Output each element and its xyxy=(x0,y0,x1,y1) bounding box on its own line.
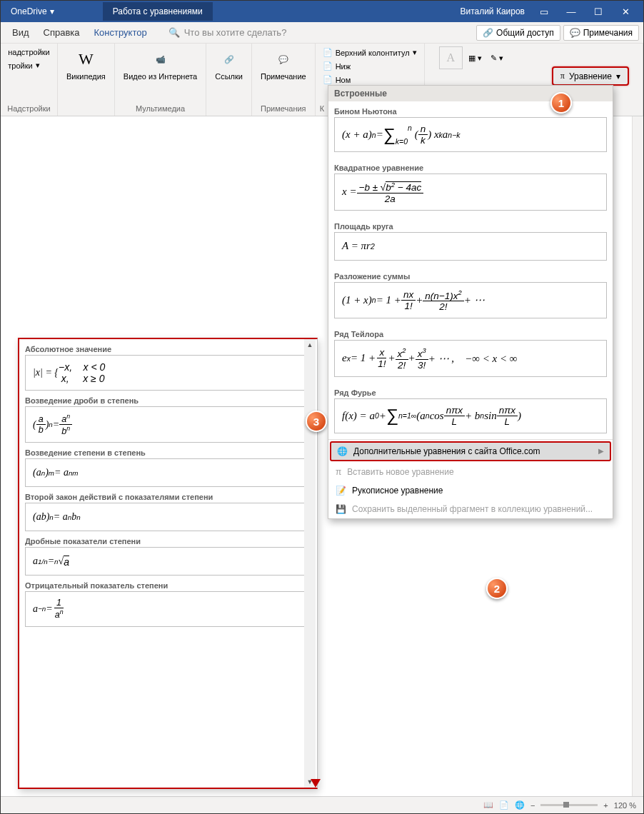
chevron-down-icon: ▾ xyxy=(616,71,620,81)
save-to-gallery[interactable]: 💾 Сохранить выделенный фрагмент в коллек… xyxy=(328,500,613,518)
share-button[interactable]: 🔗 Общий доступ xyxy=(476,25,560,41)
comments-button[interactable]: 💬 Примечания xyxy=(563,25,639,41)
signature-button[interactable]: ✎ ▾ xyxy=(488,52,506,64)
tab-constructor[interactable]: Конструктор xyxy=(87,24,154,41)
badge-2: 2 xyxy=(486,578,508,599)
subitem-powpow[interactable]: Возведение степени в степень (an)m = anm xyxy=(25,443,311,487)
comment-button[interactable]: 💬 Примечание xyxy=(256,46,311,82)
zoom-out-button[interactable]: − xyxy=(530,801,535,810)
equation-button[interactable]: π Уравнение ▾ xyxy=(552,66,629,86)
zoom-value[interactable]: 120 % xyxy=(614,801,636,810)
online-video-button[interactable]: 📹 Видео из Интернета xyxy=(119,46,201,82)
zoom-in-button[interactable]: + xyxy=(603,801,608,810)
header-button[interactable]: 📄 Верхний колонтитул ▾ xyxy=(320,46,420,59)
equation-tools-tab[interactable]: Работа с уравнениями xyxy=(103,2,213,21)
minimize-button[interactable]: — xyxy=(558,1,585,22)
submenu-scrollbar[interactable]: ▲ ▼ xyxy=(304,339,316,788)
wikipedia-button[interactable]: W Википедия xyxy=(62,46,110,82)
view-read-icon[interactable]: 📖 xyxy=(483,800,493,810)
comment-icon: 💬 xyxy=(272,48,295,71)
video-icon: 📹 xyxy=(149,48,172,71)
more-equations-office[interactable]: 🌐 Дополнительные уравнения с сайта Offic… xyxy=(330,441,611,461)
equation-dropdown: Встроенные Бином Ньютона (x + a)n = ∑k=0… xyxy=(328,85,613,519)
search-icon: 🔍 xyxy=(168,27,180,38)
close-button[interactable]: ✕ xyxy=(612,1,639,22)
equation-item-binom[interactable]: Бином Ньютона (x + a)n = ∑k=0n (nk) xkan… xyxy=(328,101,613,158)
status-bar: 📖 📄 🌐 − + 120 % xyxy=(1,796,643,813)
subitem-fracexp[interactable]: Дробные показатели степени a1/n = n√a xyxy=(25,531,311,576)
ink-equation[interactable]: 📝 Рукописное уравнение xyxy=(328,481,613,500)
quick-parts-button[interactable]: ▦ ▾ xyxy=(466,52,485,64)
equation-item-sumexp[interactable]: Разложение суммы (1 + x)n = 1 + nx1! + n… xyxy=(328,266,613,325)
links-button[interactable]: 🔗 Ссылки xyxy=(211,46,247,82)
ink-icon: 📝 xyxy=(336,486,346,496)
equation-item-circle[interactable]: Площадь круга A = πr2 xyxy=(328,216,613,266)
ribbon-options-button[interactable]: ▭ xyxy=(530,1,558,22)
page-number-button[interactable]: 📄 Ном xyxy=(320,74,420,86)
subitem-prodpow[interactable]: Второй закон действий с показателями сте… xyxy=(25,487,311,531)
equation-item-fourier[interactable]: Ряд Фурье f(x) = a0 + ∑n=1∞ (an cosnπxL … xyxy=(328,383,613,439)
wikipedia-icon: W xyxy=(74,48,97,71)
onedrive-label: OneDrive xyxy=(11,6,47,16)
subitem-fracpow[interactable]: Возведение дроби в степень (ab)n = anbn xyxy=(25,391,311,443)
link-icon: 🔗 xyxy=(218,48,241,71)
text-box-button[interactable]: A xyxy=(439,46,463,69)
chevron-right-icon: ▶ xyxy=(598,447,604,455)
subitem-abs[interactable]: Абсолютное значение |x| = { −x, x < 0 x,… xyxy=(25,339,311,391)
equation-submenu: Абсолютное значение |x| = { −x, x < 0 x,… xyxy=(18,338,318,789)
badge-3: 3 xyxy=(306,411,327,432)
onedrive-menu[interactable]: OneDrive ▾ xyxy=(5,4,60,19)
pi-icon: π xyxy=(560,71,565,81)
share-icon: 🔗 xyxy=(483,28,493,38)
comment-icon: 💬 xyxy=(570,28,580,38)
user-name[interactable]: Виталий Каиров xyxy=(454,6,530,16)
search-placeholder: Что вы хотите сделать? xyxy=(184,27,287,38)
footer-button[interactable]: 📄 Ниж xyxy=(320,60,420,72)
maximize-button[interactable]: ☐ xyxy=(585,1,612,22)
equation-item-taylor[interactable]: Ряд Тейлора ex = 1 + x1! + x22! + x33! +… xyxy=(328,324,613,383)
addins-button-2[interactable]: тройки ▾ xyxy=(5,59,53,71)
document-scrollbar[interactable] xyxy=(632,116,643,796)
equation-item-quadratic[interactable]: Квадратное уравнение x = −b ± √b2 − 4ac2… xyxy=(328,158,613,216)
save-icon: 💾 xyxy=(336,504,346,514)
addins-button[interactable]: надстройки xyxy=(5,46,53,58)
view-print-icon[interactable]: 📄 xyxy=(499,800,509,810)
insert-new-equation[interactable]: π Вставить новое уравнение xyxy=(328,463,613,481)
tab-help[interactable]: Справка xyxy=(36,24,87,41)
chevron-down-icon: ▾ xyxy=(50,6,54,16)
tell-me-search[interactable]: 🔍 Что вы хотите сделать? xyxy=(154,27,473,38)
scroll-up-icon[interactable]: ▲ xyxy=(304,339,316,351)
badge-1: 1 xyxy=(550,92,572,114)
group-addins-label: Надстройки xyxy=(7,103,50,114)
globe-icon: 🌐 xyxy=(337,446,348,456)
subitem-negexp[interactable]: Отрицательный показатель степени a−n = 1… xyxy=(25,576,311,626)
title-bar: OneDrive ▾ Работа с уравнениями Виталий … xyxy=(1,1,643,22)
zoom-slider[interactable] xyxy=(540,804,598,806)
red-arrow-down-icon xyxy=(311,779,321,788)
menu-bar: Вид Справка Конструктор 🔍 Что вы хотите … xyxy=(1,22,643,44)
pi-icon: π xyxy=(336,467,341,477)
view-web-icon[interactable]: 🌐 xyxy=(515,800,525,810)
tab-view[interactable]: Вид xyxy=(5,24,36,41)
